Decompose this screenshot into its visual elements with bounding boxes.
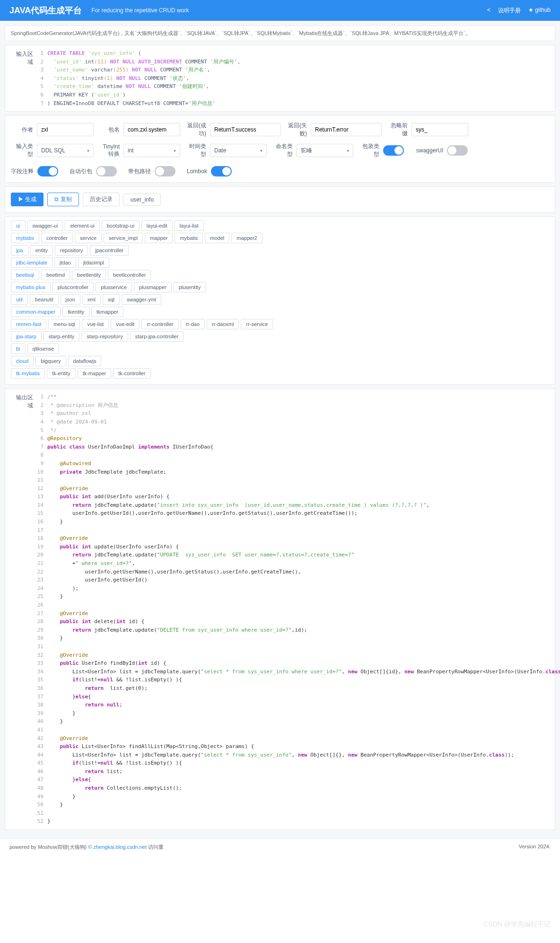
tab-mapper2[interactable]: mapper2 xyxy=(231,233,262,243)
tab-starp-entity[interactable]: starp-entity xyxy=(44,331,79,342)
fieldComment-switch[interactable] xyxy=(37,166,58,176)
tab-service[interactable]: service xyxy=(75,233,102,243)
timeType-select[interactable]: Date xyxy=(210,144,267,157)
tinyint-select[interactable]: int xyxy=(123,144,180,157)
tab-group-beetlsql[interactable]: beetlsql xyxy=(11,270,39,280)
tab-mybatis[interactable]: mybatis xyxy=(175,233,203,243)
returnSuccess-input[interactable] xyxy=(210,123,281,136)
tab-json[interactable]: json xyxy=(61,294,80,305)
tab-group-util[interactable]: util xyxy=(11,294,28,305)
tab-bigquery[interactable]: bigquery xyxy=(35,356,66,366)
tab-group-cloud[interactable]: cloud xyxy=(11,356,34,366)
returnFail-input[interactable] xyxy=(311,123,382,136)
tab-group-jdbc-template[interactable]: jdbc-template xyxy=(11,257,52,268)
inputType-select[interactable]: DDL SQL xyxy=(37,144,94,157)
tab-layui-edit[interactable]: layui-edit xyxy=(141,220,173,231)
footer-link[interactable]: © zhengkai.blog.csdn.net xyxy=(88,844,147,850)
description-text: SpringBootCodeGenerator(JAVA代码生成平台)，又名`大… xyxy=(5,26,555,41)
share-icon[interactable]: < xyxy=(487,7,490,15)
footer-version: Version 2024. xyxy=(519,844,551,851)
tab-rr-dao[interactable]: rr-dao xyxy=(181,319,205,329)
author-input[interactable] xyxy=(37,123,94,136)
tab-beetlmd[interactable]: beetlmd xyxy=(41,270,70,280)
tab-repository[interactable]: repository xyxy=(55,245,88,256)
header-bar: JAVA代码生成平台 For reducing the repetitive C… xyxy=(0,0,560,21)
tab-tk-mapper[interactable]: tk-mapper xyxy=(78,368,112,379)
tab-group-common-mapper[interactable]: common-mapper xyxy=(11,307,61,317)
tab-group-tk-mybatis[interactable]: tk-mybatis xyxy=(11,368,45,379)
tab-rr-controller[interactable]: rr-controller xyxy=(141,319,178,329)
tab-plusservice[interactable]: plusservice xyxy=(96,282,132,292)
tab-tkmapper[interactable]: tkmapper xyxy=(91,307,123,317)
tab-swagger-ui[interactable]: swagger-ui xyxy=(27,220,63,231)
output-area-label: 输出区域 xyxy=(11,393,37,410)
footer-powered: powered by Moshow郑锴(大狼狗) xyxy=(9,844,88,850)
swagger-switch[interactable] xyxy=(447,145,468,156)
app-title: JAVA代码生成平台 xyxy=(9,5,82,16)
nameType-select[interactable]: 驼峰 xyxy=(297,144,353,157)
tab-rr-daoxml[interactable]: rr-daoxml xyxy=(207,319,239,329)
tab-element-ui[interactable]: element-ui xyxy=(65,220,99,231)
tab-bootstrap-ui[interactable]: bootstrap-ui xyxy=(102,220,140,231)
tab-tkentity[interactable]: tkentity xyxy=(62,307,89,317)
tab-dataflowjs[interactable]: dataflowjs xyxy=(68,356,102,366)
autoImport-switch[interactable] xyxy=(96,166,117,176)
tab-service_impl[interactable]: service_impl xyxy=(104,233,143,243)
package-input[interactable] xyxy=(123,123,180,136)
tab-group-jpa[interactable]: jpa xyxy=(11,245,28,256)
input-area-label: 输入区域 xyxy=(11,49,37,66)
tab-menu-sql[interactable]: menu-sql xyxy=(48,319,80,329)
footer-visit: 访问量 xyxy=(148,844,164,850)
options-form: 作者包名返回(成功)返回(失败)忽略前缀输入类型DDL SQLTinyInt转换… xyxy=(11,120,549,178)
tab-tk-entity[interactable]: tk-entity xyxy=(47,368,76,379)
sql-input-editor[interactable]: 1CREATE TABLE 'sys_user_info' (2 'user_i… xyxy=(37,49,549,107)
footer: powered by Moshow郑锴(大狼狗) © zhengkai.blog… xyxy=(0,838,560,855)
tab-vue-list[interactable]: vue-list xyxy=(82,319,109,329)
tab-jpacontroller[interactable]: jpacontroller xyxy=(90,245,129,256)
tab-beanutil[interactable]: beanutil xyxy=(30,294,59,305)
java-output-editor[interactable]: 1/**2 * @description 用户信息3 * @author zxl… xyxy=(37,393,560,826)
ignorePrefix-input[interactable] xyxy=(411,123,468,136)
tab-layui-list[interactable]: layui-list xyxy=(175,220,204,231)
tab-sql[interactable]: sql xyxy=(103,294,120,305)
generate-button[interactable]: ▶ 生成 xyxy=(11,193,44,206)
history-button[interactable]: 历史记录 xyxy=(83,193,120,206)
tab-model[interactable]: model xyxy=(205,233,229,243)
tab-beetlcontroller[interactable]: beetlcontroller xyxy=(108,270,151,280)
tab-group-mybatis-plus[interactable]: mybatis-plus xyxy=(11,282,51,292)
lombok-switch[interactable] xyxy=(211,166,232,176)
tab-jtdaoimpl[interactable]: jtdaoimpl xyxy=(78,257,109,268)
tab-group-mybatis[interactable]: mybatis xyxy=(11,233,39,243)
withPath-switch[interactable] xyxy=(155,166,175,176)
tab-qliksense[interactable]: qliksense xyxy=(27,344,60,354)
tab-vue-edit[interactable]: vue-edit xyxy=(111,319,140,329)
tab-beetlentity[interactable]: beetlentity xyxy=(72,270,106,280)
tab-group-bi[interactable]: bi xyxy=(11,344,26,354)
github-link[interactable]: ★ github xyxy=(528,7,551,15)
tab-tk-controller[interactable]: tk-controller xyxy=(113,368,150,379)
tab-jtdao[interactable]: jtdao xyxy=(54,257,76,268)
tab-starp-jpa-controller[interactable]: starp-jpa-controller xyxy=(130,331,184,342)
copy-button[interactable]: ⧉ 复制 xyxy=(47,193,79,206)
tab-entity[interactable]: entity xyxy=(30,245,53,256)
tab-group-jpa-starp[interactable]: jpa-starp xyxy=(11,331,42,342)
app-subtitle: For reducing the repetitive CRUD work xyxy=(91,7,189,14)
tab-swagger-yml[interactable]: swagger-yml xyxy=(122,294,161,305)
tab-starp-repository[interactable]: starp-repository xyxy=(81,331,128,342)
manual-link[interactable]: 说明手册 xyxy=(498,7,521,15)
tab-plusmapper[interactable]: plusmapper xyxy=(134,282,171,292)
tab-group-ui[interactable]: ui xyxy=(11,220,26,231)
template-tabs-panel: uiswagger-uielement-uibootstrap-uilayui-… xyxy=(5,216,555,385)
tab-plusentity[interactable]: plusentity xyxy=(174,282,206,292)
tab-pluscontroller[interactable]: pluscontroller xyxy=(52,282,94,292)
userinfo-button[interactable]: user_info xyxy=(123,194,161,206)
tab-rr-service[interactable]: rr-service xyxy=(241,319,273,329)
package-type-switch[interactable] xyxy=(383,145,404,156)
tab-group-renren-fast[interactable]: renren-fast xyxy=(11,319,46,329)
tab-xml[interactable]: xml xyxy=(82,294,101,305)
tab-mapper[interactable]: mapper xyxy=(145,233,173,243)
tab-controller[interactable]: controller xyxy=(41,233,73,243)
